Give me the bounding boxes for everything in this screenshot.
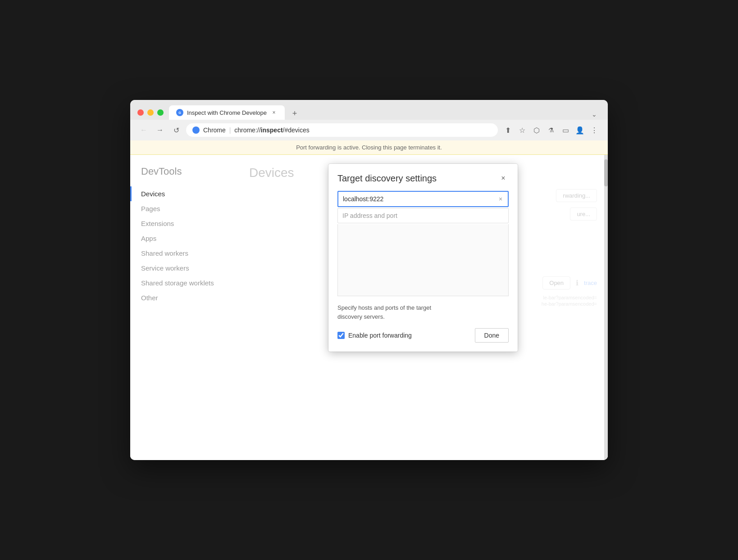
- done-button[interactable]: Done: [475, 328, 509, 343]
- forward-button[interactable]: →: [154, 124, 166, 136]
- back-button[interactable]: ←: [137, 124, 150, 136]
- target-discovery-dialog: Target discovery settings × × IP address…: [328, 164, 518, 352]
- address-bar-input-wrap[interactable]: Chrome | chrome://inspect/#devices: [186, 123, 498, 137]
- bookmark-icon: ☆: [519, 126, 525, 135]
- active-input-row: ×: [337, 191, 509, 207]
- address-url-prefix: chrome://: [234, 126, 260, 134]
- sidebar-item-pages-label: Pages: [141, 205, 160, 212]
- address-separator: |: [229, 126, 231, 134]
- toolbar-icons: ⬆ ☆ ⬡ ⚗ ▭ 👤 ⋮: [501, 124, 601, 136]
- sidebar-item-apps-label: Apps: [141, 235, 156, 242]
- sidebar-item-other[interactable]: Other: [130, 290, 238, 305]
- sidebar-item-apps[interactable]: Apps: [130, 231, 238, 246]
- split-view-button[interactable]: ▭: [559, 124, 572, 136]
- devtools-button[interactable]: ⚗: [545, 124, 557, 136]
- dialog-header: Target discovery settings ×: [337, 173, 509, 184]
- address-text: Chrome | chrome://inspect/#devices: [203, 126, 492, 134]
- flask-icon: ⚗: [548, 126, 554, 134]
- tab-list-chevron-icon: ⌄: [588, 109, 601, 120]
- puzzle-icon: ⬡: [533, 126, 540, 135]
- profile-button[interactable]: 👤: [574, 124, 586, 136]
- maximize-window-button[interactable]: [157, 109, 164, 116]
- title-bar: G Inspect with Chrome Develope × + ⌄: [130, 100, 608, 120]
- share-icon: ⬆: [505, 126, 511, 135]
- entries-area: [337, 224, 509, 296]
- enable-port-forwarding-row: Enable port forwarding: [337, 332, 412, 339]
- bookmark-button[interactable]: ☆: [516, 124, 528, 136]
- sidebar-item-extensions[interactable]: Extensions: [130, 216, 238, 231]
- dots-vertical-icon: ⋮: [591, 126, 598, 135]
- sidebar-item-shared-workers-label: Shared workers: [141, 249, 188, 257]
- address-site-label: Chrome: [203, 126, 226, 134]
- browser-window: G Inspect with Chrome Develope × + ⌄ ← →…: [130, 100, 608, 460]
- window-controls: [137, 109, 164, 116]
- tab-favicon-icon: G: [176, 109, 183, 116]
- description-text: Specify hosts and ports of the target di…: [337, 303, 509, 321]
- enable-port-forwarding-label: Enable port forwarding: [348, 332, 412, 339]
- address-url-suffix: /#devices: [283, 126, 310, 134]
- extension-button[interactable]: ⬡: [530, 124, 543, 136]
- minimize-window-button[interactable]: [147, 109, 154, 116]
- tabs-area: G Inspect with Chrome Develope × + ⌄: [169, 105, 601, 120]
- sidebar-item-extensions-label: Extensions: [141, 220, 174, 227]
- active-tab[interactable]: G Inspect with Chrome Develope ×: [169, 105, 285, 120]
- address-url-bold: inspect: [261, 126, 283, 134]
- sidebar-item-shared-storage[interactable]: Shared storage worklets: [130, 275, 238, 290]
- menu-button[interactable]: ⋮: [588, 124, 601, 136]
- main-content: Devices rwarding... ure...: [238, 155, 608, 460]
- enable-port-forwarding-checkbox[interactable]: [337, 332, 345, 339]
- placeholder-text: IP address and port: [342, 212, 397, 219]
- close-window-button[interactable]: [137, 109, 144, 116]
- sidebar-item-shared-storage-label: Shared storage worklets: [141, 279, 214, 287]
- sidebar-item-shared-workers[interactable]: Shared workers: [130, 246, 238, 261]
- sidebar-item-service-workers-label: Service workers: [141, 264, 189, 272]
- page-content: DevTools Devices Pages Extensions Apps S…: [130, 155, 608, 460]
- new-tab-button[interactable]: +: [288, 107, 301, 120]
- address-favicon-icon: [192, 126, 200, 134]
- host-input[interactable]: [338, 192, 495, 206]
- placeholder-input-row[interactable]: IP address and port: [337, 208, 509, 223]
- reload-button[interactable]: ↺: [170, 124, 182, 136]
- clear-icon: ×: [499, 195, 502, 203]
- sidebar-item-devices-label: Devices: [141, 190, 165, 198]
- tab-close-button[interactable]: ×: [270, 109, 278, 116]
- notification-text: Port forwarding is active. Closing this …: [296, 144, 442, 151]
- address-bar: ← → ↺ Chrome | chrome://inspect/#devices…: [130, 120, 608, 140]
- scroll-thumb: [604, 159, 608, 186]
- svg-point-2: [193, 127, 199, 133]
- sidebar-item-other-label: Other: [141, 294, 158, 302]
- split-icon: ▭: [562, 126, 569, 135]
- share-button[interactable]: ⬆: [501, 124, 514, 136]
- notification-banner: Port forwarding is active. Closing this …: [130, 140, 608, 155]
- sidebar-title: DevTools: [130, 166, 238, 186]
- modal-overlay: Target discovery settings × × IP address…: [238, 155, 608, 460]
- dialog-close-button[interactable]: ×: [498, 173, 509, 184]
- dialog-footer: Enable port forwarding Done: [337, 328, 509, 343]
- dialog-title: Target discovery settings: [337, 173, 437, 184]
- sidebar: DevTools Devices Pages Extensions Apps S…: [130, 155, 238, 460]
- scroll-bar[interactable]: [604, 155, 608, 460]
- sidebar-item-devices[interactable]: Devices: [130, 186, 238, 201]
- input-clear-button[interactable]: ×: [495, 194, 506, 204]
- svg-text:G: G: [178, 111, 181, 114]
- sidebar-item-service-workers[interactable]: Service workers: [130, 261, 238, 275]
- sidebar-item-pages[interactable]: Pages: [130, 201, 238, 216]
- tab-title: Inspect with Chrome Develope: [187, 109, 267, 116]
- profile-icon: 👤: [575, 126, 584, 135]
